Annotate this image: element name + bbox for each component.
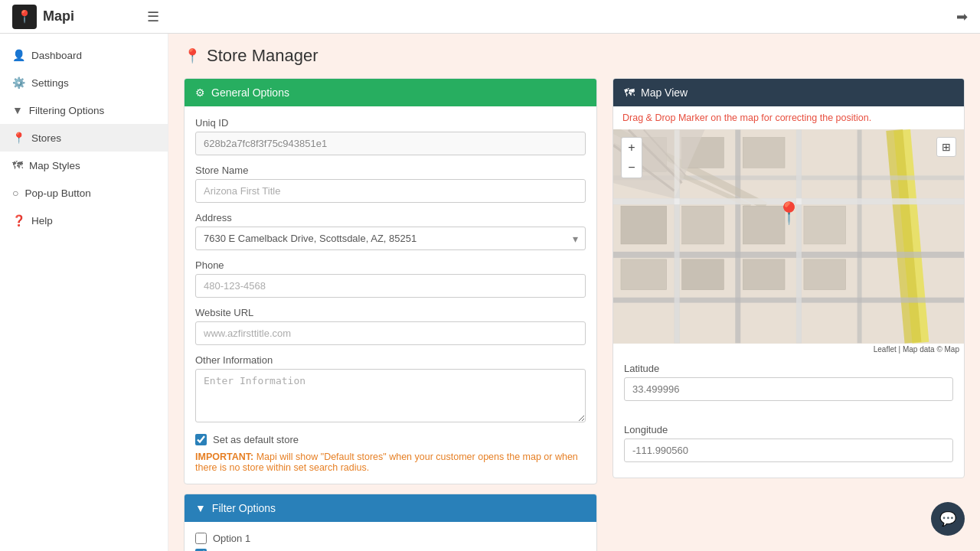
address-group: Address 7630 E Camelback Drive, Scottsda… [195, 212, 586, 250]
default-store-label: Set as default store [213, 434, 299, 445]
general-options-header: ⚙ General Options [185, 79, 596, 106]
map-zoom-controls: + − [621, 137, 642, 178]
map-card: 🗺 Map View Drag & Drop Marker on the map… [612, 78, 965, 478]
sidebar-item-filtering[interactable]: ▼ Filtering Options [0, 96, 168, 124]
longitude-group: Longitude [613, 416, 964, 478]
svg-rect-5 [613, 298, 964, 303]
general-options-header-icon: ⚙ [195, 86, 205, 99]
general-options-card: ⚙ General Options Uniq ID Store Name [184, 78, 597, 484]
svg-rect-21 [682, 259, 724, 290]
help-icon: ❓ [12, 214, 25, 227]
filter-header-icon: ▼ [195, 502, 206, 514]
latitude-group: Latitude [613, 355, 964, 416]
filter-icon: ▼ [12, 104, 23, 116]
other-info-group: Other Information [195, 354, 586, 425]
sidebar-label-dashboard: Dashboard [31, 50, 82, 61]
svg-rect-10 [858, 130, 862, 344]
map-view-header: 🗺 Map View [613, 79, 964, 106]
svg-rect-4 [613, 252, 964, 258]
map-expand-button[interactable]: ⊞ [936, 137, 956, 157]
map-credit: Leaflet | Map data © Map [613, 344, 964, 355]
svg-rect-17 [682, 206, 724, 244]
general-options-header-label: General Options [211, 86, 289, 99]
logo-icon: 📍 [12, 5, 37, 29]
address-select[interactable]: 7630 E Camelback Drive, Scottsdale, AZ, … [195, 227, 586, 250]
filter-options-header: ▼ Filter Options [185, 494, 596, 522]
store-name-group: Store Name [195, 165, 586, 203]
sidebar-item-popup-button[interactable]: ○ Pop-up Button [0, 179, 168, 207]
filter-options-card: ▼ Filter Options Option 1 Option 2 [184, 494, 597, 551]
sidebar-item-stores[interactable]: 📍 Stores [0, 124, 168, 152]
map-marker[interactable]: 📍 [776, 201, 802, 226]
default-store-checkbox[interactable] [195, 434, 207, 445]
filter-option-1-checkbox[interactable] [195, 533, 207, 544]
important-text: IMPORTANT: Mapi will show "Default store… [195, 452, 586, 473]
svg-rect-19 [804, 206, 846, 244]
page-title-icon: 📍 [184, 47, 201, 64]
longitude-input[interactable] [624, 439, 953, 462]
logo-area: 📍 Mapi [12, 5, 135, 29]
other-info-textarea[interactable] [195, 369, 586, 422]
chat-bubble[interactable]: 💬 [931, 502, 965, 536]
sidebar-label-stores: Stores [31, 132, 61, 144]
svg-rect-16 [621, 206, 667, 244]
zoom-in-button[interactable]: + [622, 138, 642, 158]
important-prefix: IMPORTANT: [195, 452, 253, 462]
phone-label: Phone [195, 259, 586, 271]
filter-header-label: Filter Options [212, 502, 276, 514]
dashboard-icon: 👤 [12, 49, 25, 61]
sidebar-item-dashboard[interactable]: 👤 Dashboard [0, 41, 168, 69]
sidebar-label-filtering: Filtering Options [29, 105, 104, 116]
latitude-input[interactable] [624, 377, 953, 401]
uniq-id-group: Uniq ID [195, 117, 586, 155]
sidebar-label-settings: Settings [31, 77, 69, 89]
zoom-out-button[interactable]: − [622, 158, 642, 178]
right-panel: 🗺 Map View Drag & Drop Marker on the map… [612, 78, 965, 551]
stores-icon: 📍 [12, 132, 25, 144]
main-layout: 👤 Dashboard ⚙️ Settings ▼ Filtering Opti… [0, 34, 980, 551]
page-title: 📍 Store Manager [184, 46, 965, 66]
logout-icon[interactable]: ➡ [956, 9, 968, 24]
svg-rect-15 [743, 138, 785, 168]
sidebar-label-map-styles: Map Styles [29, 160, 80, 171]
address-select-wrapper: 7630 E Camelback Drive, Scottsdale, AZ, … [195, 227, 586, 250]
general-options-body: Uniq ID Store Name Address 7630 E Camelb [185, 106, 596, 484]
svg-rect-20 [621, 259, 667, 290]
uniq-id-input[interactable] [195, 132, 586, 155]
app-name: Mapi [43, 8, 74, 24]
sidebar-item-map-styles[interactable]: 🗺 Map Styles [0, 152, 168, 179]
leaflet-text: Leaflet | Map data © Map [874, 345, 959, 354]
map-svg [613, 129, 964, 344]
uniq-id-label: Uniq ID [195, 117, 586, 129]
sidebar-label-help: Help [31, 215, 53, 227]
settings-icon: ⚙️ [12, 77, 25, 89]
map-view-icon: 🗺 [624, 86, 635, 99]
map-container[interactable]: 📍 + − ⊞ [613, 129, 964, 344]
chat-icon: 💬 [939, 510, 956, 527]
left-panel: ⚙ General Options Uniq ID Store Name [184, 78, 597, 551]
content-area: 📍 Store Manager ⚙ General Options Uniq I… [168, 34, 980, 551]
website-input[interactable] [195, 321, 586, 345]
hamburger-icon[interactable]: ☰ [147, 8, 159, 25]
popup-icon: ○ [12, 187, 18, 199]
address-label: Address [195, 212, 586, 223]
store-name-label: Store Name [195, 165, 586, 176]
svg-rect-22 [743, 259, 785, 290]
filter-options-body: Option 1 Option 2 [185, 522, 596, 551]
map-styles-icon: 🗺 [12, 159, 23, 171]
svg-rect-23 [804, 259, 846, 290]
phone-input[interactable] [195, 274, 586, 298]
other-info-label: Other Information [195, 354, 586, 366]
sidebar: 👤 Dashboard ⚙️ Settings ▼ Filtering Opti… [0, 34, 168, 551]
svg-rect-30 [796, 130, 802, 344]
sidebar-item-help[interactable]: ❓ Help [0, 207, 168, 234]
sidebar-label-popup: Pop-up Button [24, 187, 90, 199]
sidebar-item-settings[interactable]: ⚙️ Settings [0, 69, 168, 96]
topnav: 📍 Mapi ☰ ➡ [0, 0, 980, 34]
page-title-text: Store Manager [207, 46, 318, 66]
store-name-input[interactable] [195, 179, 586, 203]
map-view-label: Map View [641, 86, 688, 99]
panels: ⚙ General Options Uniq ID Store Name [184, 78, 965, 551]
map-hint: Drag & Drop Marker on the map for correc… [613, 106, 964, 129]
website-group: Website URL [195, 307, 586, 345]
